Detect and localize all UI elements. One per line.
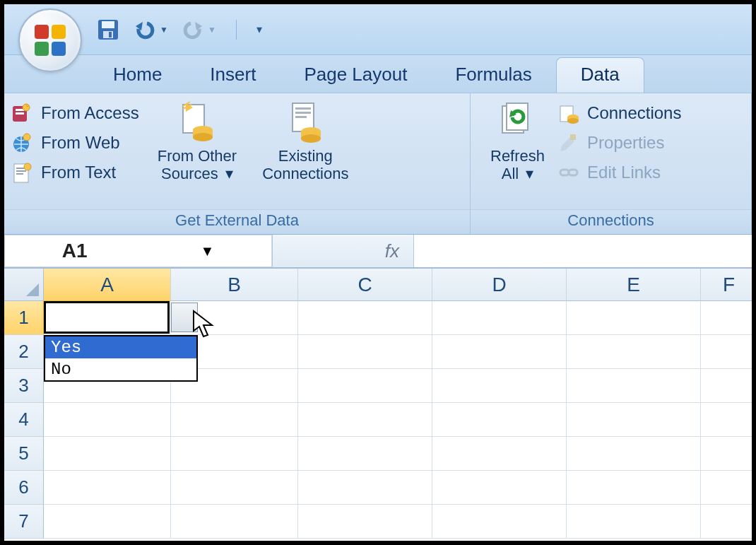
col-header-E[interactable]: E (567, 269, 701, 301)
row-header-6[interactable]: 6 (4, 471, 44, 505)
edit-links-label: Edit Links (587, 163, 661, 182)
ribbon-group-get-external-data: From Access From Web From Text (4, 93, 471, 234)
tab-insert[interactable]: Insert (186, 58, 280, 93)
col-header-B[interactable]: B (171, 269, 298, 301)
refresh-all-label1: Refresh (490, 147, 545, 165)
row-header-3[interactable]: 3 (4, 369, 44, 403)
group-label-connections: Connections (471, 209, 751, 234)
chevron-down-icon: ▼ (160, 25, 168, 35)
qat-customize-icon[interactable]: ▾ (256, 23, 262, 36)
refresh-all-button[interactable]: Refresh All ▾ (478, 98, 557, 186)
formula-bar: A1 ▼ fx (4, 235, 752, 269)
group-label-external: Get External Data (4, 209, 470, 234)
from-other-sources-button[interactable]: From Other Sources ▾ (145, 98, 249, 186)
data-validation-dropdown-list[interactable]: Yes No (44, 335, 198, 382)
chevron-down-icon: ▼ (208, 25, 216, 35)
properties-button: Properties (557, 131, 681, 154)
svg-rect-1 (52, 25, 66, 39)
formula-input[interactable] (414, 235, 752, 267)
fx-icon: fx (385, 240, 399, 262)
chevron-down-icon: ▾ (521, 165, 533, 182)
existing-connections-label2: Connections (262, 165, 348, 182)
redo-button[interactable]: ▼ (181, 19, 216, 40)
row-header-1[interactable]: 1 (4, 301, 44, 335)
ribbon-group-connections: Refresh All ▾ Connections Properties (471, 93, 752, 234)
from-access-icon (11, 102, 34, 124)
row-header-7[interactable]: 7 (4, 505, 44, 539)
col-header-A[interactable]: A (44, 269, 171, 301)
tab-data[interactable]: Data (556, 57, 644, 93)
svg-rect-0 (35, 25, 49, 39)
edit-links-button: Edit Links (557, 161, 681, 184)
from-other-sources-icon (176, 100, 218, 143)
properties-label: Properties (587, 133, 664, 153)
svg-rect-10 (16, 112, 24, 115)
col-header-F[interactable]: F (701, 269, 756, 301)
row-header-5[interactable]: 5 (4, 437, 44, 471)
data-validation-dropdown-button[interactable] (171, 303, 198, 332)
name-box[interactable]: A1 ▼ (4, 235, 273, 267)
from-web-icon (11, 131, 34, 154)
office-button[interactable] (18, 8, 82, 72)
svg-point-35 (567, 118, 579, 124)
from-text-button[interactable]: From Text (11, 161, 139, 184)
connections-icon (557, 102, 580, 124)
svg-point-13 (23, 134, 30, 141)
svg-rect-25 (295, 112, 311, 114)
column-headers: A B C D E F (44, 269, 756, 301)
undo-button[interactable]: ▼ (133, 19, 168, 40)
col-header-C[interactable]: C (298, 269, 432, 301)
ribbon: From Access From Web From Text (4, 93, 752, 235)
tab-home[interactable]: Home (89, 58, 186, 93)
worksheet: 1 2 3 4 5 6 7 A B C D E F Yes (4, 269, 752, 541)
svg-point-29 (301, 134, 321, 143)
row-header-4[interactable]: 4 (4, 403, 44, 437)
quick-access-toolbar: ▼ ▼ ▾ (96, 4, 262, 54)
tab-page-layout[interactable]: Page Layout (280, 58, 431, 93)
svg-rect-2 (35, 42, 49, 56)
from-web-button[interactable]: From Web (11, 131, 139, 154)
from-text-icon (11, 161, 34, 184)
tab-formulas[interactable]: Formulas (431, 58, 555, 93)
svg-point-18 (24, 163, 31, 170)
from-other-sources-label1: From Other (158, 147, 237, 165)
edit-links-icon (557, 161, 580, 184)
from-other-sources-label2: Sources (161, 165, 218, 182)
col-header-D[interactable]: D (432, 269, 567, 301)
from-access-label: From Access (41, 103, 139, 123)
row-header-2[interactable]: 2 (4, 335, 44, 369)
existing-connections-label1: Existing (278, 147, 333, 165)
chevron-down-icon: ▾ (221, 165, 233, 182)
existing-connections-button[interactable]: Existing Connections (249, 98, 361, 186)
refresh-all-label2: All (502, 165, 519, 182)
svg-rect-36 (570, 134, 576, 140)
ribbon-tabs: Home Insert Page Layout Formulas Data (4, 55, 752, 93)
svg-rect-7 (109, 32, 112, 37)
refresh-icon (497, 100, 539, 143)
connections-button[interactable]: Connections (557, 102, 681, 124)
save-button[interactable] (96, 18, 120, 42)
undo-icon (133, 19, 157, 40)
save-icon (96, 18, 120, 42)
svg-rect-5 (102, 21, 114, 28)
connections-label: Connections (587, 103, 681, 123)
title-bar: ▼ ▼ ▾ (4, 4, 752, 55)
svg-rect-38 (569, 170, 577, 175)
office-logo-icon (32, 22, 69, 59)
svg-rect-24 (295, 107, 311, 110)
insert-function-button[interactable]: fx (273, 235, 414, 267)
dropdown-option-yes[interactable]: Yes (45, 336, 196, 358)
active-cell-A1[interactable] (44, 301, 170, 334)
select-all-corner[interactable] (4, 269, 44, 301)
cell-grid[interactable]: Yes No (44, 301, 756, 541)
from-text-label: From Text (41, 163, 116, 182)
separator (236, 20, 237, 40)
svg-rect-26 (295, 116, 307, 118)
dropdown-option-no[interactable]: No (45, 358, 196, 380)
from-access-button[interactable]: From Access (11, 102, 139, 124)
name-box-value: A1 (62, 240, 88, 262)
svg-point-22 (193, 133, 213, 141)
chevron-down-icon[interactable]: ▼ (201, 243, 215, 259)
svg-rect-17 (16, 173, 23, 175)
svg-rect-3 (52, 42, 66, 56)
